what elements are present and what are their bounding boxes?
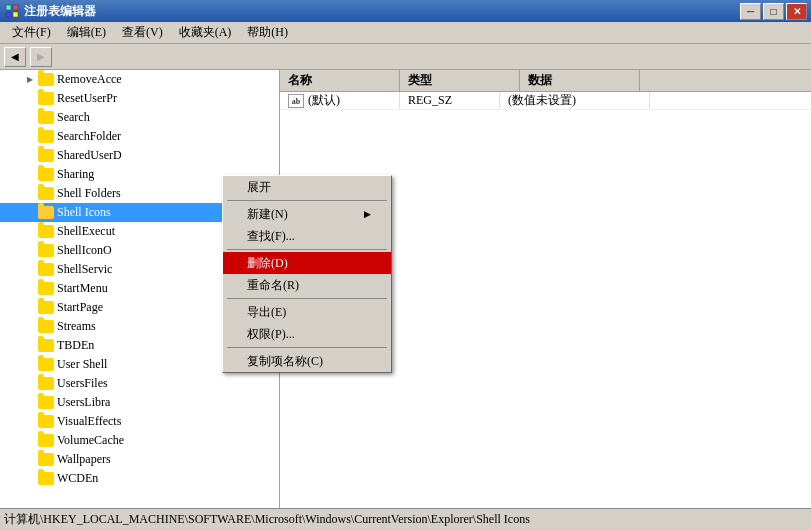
value-data-default: (数值未设置) bbox=[500, 92, 650, 109]
toolbar: ◀ ▶ bbox=[0, 44, 811, 70]
svg-rect-0 bbox=[6, 5, 11, 10]
tree-item-label: ResetUserPr bbox=[57, 91, 117, 106]
tree-expand-arrow[interactable] bbox=[24, 226, 36, 238]
tree-expand-arrow[interactable] bbox=[24, 150, 36, 162]
back-button[interactable]: ◀ bbox=[4, 47, 26, 67]
app-icon bbox=[4, 3, 20, 19]
svg-rect-2 bbox=[6, 12, 11, 17]
menu-favorites[interactable]: 收藏夹(A) bbox=[171, 22, 240, 43]
forward-button[interactable]: ▶ bbox=[30, 47, 52, 67]
folder-icon bbox=[38, 187, 54, 201]
context-menu: 展开新建(N)▶查找(F)...删除(D)重命名(R)导出(E)权限(P)...… bbox=[222, 175, 392, 373]
registry-row-default[interactable]: ab (默认) REG_SZ (数值未设置) bbox=[280, 92, 811, 110]
context-menu-item-复制项名称c[interactable]: 复制项名称(C) bbox=[223, 350, 391, 372]
folder-icon bbox=[38, 206, 54, 220]
tree-expand-arrow[interactable] bbox=[24, 188, 36, 200]
menu-view[interactable]: 查看(V) bbox=[114, 22, 171, 43]
menu-file[interactable]: 文件(F) bbox=[4, 22, 59, 43]
tree-item-label: SharedUserD bbox=[57, 148, 122, 163]
folder-icon bbox=[38, 73, 54, 87]
tree-item-wcden[interactable]: WCDEn bbox=[0, 469, 279, 488]
tree-expand-arrow[interactable] bbox=[24, 397, 36, 409]
context-menu-separator bbox=[227, 249, 387, 250]
tree-item-searchfolder[interactable]: SearchFolder bbox=[0, 127, 279, 146]
tree-item-resetuserpr[interactable]: ResetUserPr bbox=[0, 89, 279, 108]
tree-expand-arrow[interactable] bbox=[24, 112, 36, 124]
tree-expand-arrow[interactable] bbox=[24, 473, 36, 485]
tree-expand-arrow[interactable] bbox=[24, 245, 36, 257]
value-type-default: REG_SZ bbox=[400, 93, 500, 108]
tree-item-removeacce[interactable]: ▶RemoveAcce bbox=[0, 70, 279, 89]
status-text: 计算机\HKEY_LOCAL_MACHINE\SOFTWARE\Microsof… bbox=[4, 511, 530, 528]
tree-item-volumecache[interactable]: VolumeCache bbox=[0, 431, 279, 450]
tree-item-label: User Shell bbox=[57, 357, 107, 372]
context-menu-item-展开[interactable]: 展开 bbox=[223, 176, 391, 198]
tree-item-label: VolumeCache bbox=[57, 433, 124, 448]
context-menu-item-label: 权限(P)... bbox=[247, 326, 295, 343]
tree-expand-arrow[interactable] bbox=[24, 283, 36, 295]
tree-expand-arrow[interactable] bbox=[24, 302, 36, 314]
window-title: 注册表编辑器 bbox=[24, 3, 740, 20]
tree-expand-arrow[interactable]: ▶ bbox=[24, 74, 36, 86]
tree-expand-arrow[interactable] bbox=[24, 169, 36, 181]
folder-icon bbox=[38, 396, 54, 410]
tree-item-shareduserd[interactable]: SharedUserD bbox=[0, 146, 279, 165]
tree-item-search[interactable]: Search bbox=[0, 108, 279, 127]
tree-expand-arrow[interactable] bbox=[24, 359, 36, 371]
folder-icon bbox=[38, 263, 54, 277]
tree-expand-arrow[interactable] bbox=[24, 340, 36, 352]
folder-icon bbox=[38, 92, 54, 106]
context-menu-item-label: 删除(D) bbox=[247, 255, 288, 272]
minimize-button[interactable]: ─ bbox=[740, 3, 761, 20]
tree-item-usersfiles[interactable]: UsersFiles bbox=[0, 374, 279, 393]
tree-expand-arrow[interactable] bbox=[24, 207, 36, 219]
col-data: 数据 bbox=[520, 70, 640, 91]
folder-icon bbox=[38, 149, 54, 163]
tree-item-wallpapers[interactable]: Wallpapers bbox=[0, 450, 279, 469]
col-name: 名称 bbox=[280, 70, 400, 91]
folder-icon bbox=[38, 453, 54, 467]
context-menu-item-label: 复制项名称(C) bbox=[247, 353, 323, 370]
tree-item-label: SearchFolder bbox=[57, 129, 121, 144]
title-bar: 注册表编辑器 ─ □ ✕ bbox=[0, 0, 811, 22]
right-panel-header: 名称 类型 数据 bbox=[280, 70, 811, 92]
context-menu-item-新建n[interactable]: 新建(N)▶ bbox=[223, 203, 391, 225]
tree-item-label: Search bbox=[57, 110, 90, 125]
tree-item-label: Shell Icons bbox=[57, 205, 111, 220]
tree-expand-arrow[interactable] bbox=[24, 131, 36, 143]
maximize-button[interactable]: □ bbox=[763, 3, 784, 20]
tree-item-userslibra[interactable]: UsersLibra bbox=[0, 393, 279, 412]
tree-item-label: StartMenu bbox=[57, 281, 108, 296]
context-menu-item-权限p[interactable]: 权限(P)... bbox=[223, 323, 391, 345]
menu-help[interactable]: 帮助(H) bbox=[239, 22, 296, 43]
folder-icon bbox=[38, 434, 54, 448]
context-menu-item-导出e[interactable]: 导出(E) bbox=[223, 301, 391, 323]
tree-item-visualeffects[interactable]: VisualEffects bbox=[0, 412, 279, 431]
tree-item-label: StartPage bbox=[57, 300, 103, 315]
tree-expand-arrow[interactable] bbox=[24, 435, 36, 447]
context-menu-item-删除d[interactable]: 删除(D) bbox=[223, 252, 391, 274]
folder-icon bbox=[38, 472, 54, 486]
context-menu-item-label: 展开 bbox=[247, 179, 271, 196]
tree-item-label: Sharing bbox=[57, 167, 94, 182]
context-menu-item-label: 查找(F)... bbox=[247, 228, 295, 245]
svg-rect-1 bbox=[13, 5, 18, 10]
tree-expand-arrow[interactable] bbox=[24, 454, 36, 466]
tree-item-label: Shell Folders bbox=[57, 186, 121, 201]
menu-edit[interactable]: 编辑(E) bbox=[59, 22, 114, 43]
folder-icon bbox=[38, 320, 54, 334]
context-menu-item-重命名r[interactable]: 重命名(R) bbox=[223, 274, 391, 296]
col-type: 类型 bbox=[400, 70, 520, 91]
value-type-icon: ab bbox=[288, 94, 304, 108]
context-menu-item-查找f[interactable]: 查找(F)... bbox=[223, 225, 391, 247]
main-area: ▶RemoveAcceResetUserPrSearchSearchFolder… bbox=[0, 70, 811, 508]
submenu-arrow-icon: ▶ bbox=[364, 209, 371, 219]
tree-expand-arrow[interactable] bbox=[24, 264, 36, 276]
close-button[interactable]: ✕ bbox=[786, 3, 807, 20]
tree-expand-arrow[interactable] bbox=[24, 378, 36, 390]
tree-expand-arrow[interactable] bbox=[24, 416, 36, 428]
folder-icon bbox=[38, 339, 54, 353]
tree-item-label: RemoveAcce bbox=[57, 72, 122, 87]
tree-expand-arrow[interactable] bbox=[24, 321, 36, 333]
tree-expand-arrow[interactable] bbox=[24, 93, 36, 105]
